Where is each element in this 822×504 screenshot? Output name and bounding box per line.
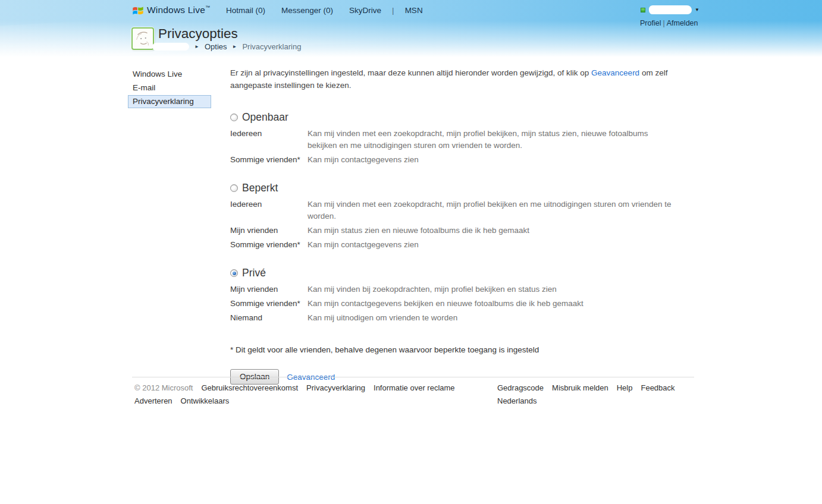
footer-link-misbruik[interactable]: Misbruik melden [552,383,608,392]
profile-link[interactable]: Profiel [640,19,661,27]
sidebar-item-privacyverklaring[interactable]: Privacyverklaring [128,95,211,108]
chevron-down-icon[interactable]: ▼ [695,7,699,12]
breadcrumb-current: Privacyverklaring [242,42,301,51]
presence-status-icon [641,8,645,12]
radio-prive[interactable] [230,269,238,277]
footer-link-feedback[interactable]: Feedback [641,383,674,392]
option-openbaar-header[interactable]: Openbaar [230,111,700,124]
main-content: Er zijn al privacyinstellingen ingesteld… [230,67,700,385]
footer-link-reclame[interactable]: Informatie over reclame [374,383,455,392]
avatar-doodle [133,29,153,49]
audience-label: Sommige vrienden* [230,239,308,251]
footer-divider [132,377,694,377]
copyright: © 2012 Microsoft [134,383,193,392]
option-row: Niemand Kan mij uitnodigen om vrienden t… [230,312,700,324]
sidebar-item-label: Privacyverklaring [133,97,194,106]
nav-separator: | [392,6,394,15]
option-row: Iedereen Kan mij vinden met een zoekopdr… [230,199,700,222]
option-openbaar: Openbaar Iedereen Kan mij vinden met een… [230,111,700,166]
signout-link[interactable]: Afmelden [667,19,698,27]
nav-item-skydrive[interactable]: SkyDrive [349,6,381,15]
audience-label: Iedereen [230,199,308,222]
account-menu[interactable]: ▼ [641,5,699,14]
option-prive: Privé Mijn vrienden Kan mij vinden bij z… [230,267,700,324]
footer-link-privacyverklaring[interactable]: Privacyverklaring [306,383,365,392]
intro-text: Er zijn al privacyinstellingen ingesteld… [230,67,694,92]
audience-label: Iedereen [230,128,308,152]
breadcrumb-opties[interactable]: Opties [205,42,227,51]
audience-description: Kan mijn contactgegevens zien [308,154,677,166]
breadcrumb-arrow-icon: ► [194,44,199,49]
redacted-username [649,5,692,14]
option-beperkt: Beperkt Iedereen Kan mij vinden met een … [230,182,700,251]
option-row: Mijn vrienden Kan mij vinden bij zoekopd… [230,284,700,295]
footer-link-help[interactable]: Help [617,383,633,392]
audience-label: Niemand [230,312,308,324]
breadcrumb-arrow-icon: ► [233,44,237,49]
radio-openbaar[interactable] [230,114,238,121]
audience-label: Mijn vrienden [230,284,308,295]
footer-right-row-2: Nederlands [497,396,683,405]
sidebar-item-email[interactable]: E-mail [128,81,211,94]
option-title: Openbaar [242,111,288,124]
footer-link-ontwikkelaars[interactable]: Ontwikkelaars [181,396,230,405]
footer-link-gebruiksrecht[interactable]: Gebruiksrechtovereenkomst [201,383,298,392]
audience-description: Kan mij vinden met een zoekopdracht, mij… [308,199,677,222]
audience-description: Kan mijn contactgegevens bekijken en nie… [308,298,677,310]
option-title: Privé [242,267,266,279]
footer-link-language[interactable]: Nederlands [497,396,537,405]
option-prive-header[interactable]: Privé [230,267,700,279]
option-title: Beperkt [242,182,278,194]
trademark: ™ [205,5,210,10]
footer-link-adverteren[interactable]: Adverteren [134,396,172,405]
footer-right-row-1: Gedragscode Misbruik melden Help Feedbac… [497,383,683,392]
audience-description: Kan mij uitnodigen om vrienden te worden [308,312,677,324]
radio-beperkt[interactable] [230,184,238,192]
audience-description: Kan mij vinden bij zoekopdrachten, mijn … [308,284,677,295]
windows-live-logo[interactable]: Windows Live™ [132,5,210,15]
sidebar-item-label: E-mail [133,83,155,92]
audience-label: Sommige vrienden* [230,154,308,166]
audience-label: Mijn vrienden [230,225,308,237]
page-title: Privacyopties [158,26,238,42]
audience-description: Kan mij vinden met een zoekopdracht, mij… [308,128,677,152]
intro-text-before: Er zijn al privacyinstellingen ingesteld… [230,68,591,77]
windows-flag-icon [132,5,144,15]
privacy-options-page: { "nav": { "brand": "Windows Live", "tra… [0,0,822,504]
footer-link-gedragscode[interactable]: Gedragscode [497,383,544,392]
sidebar: Windows Live E-mail Privacyverklaring [128,68,211,109]
nav-item-hotmail[interactable]: Hotmail (0) [226,6,265,15]
option-row: Sommige vrienden* Kan mijn contactgegeve… [230,298,700,310]
account-links-separator: | [661,19,666,27]
top-navigation: Windows Live™ Hotmail (0) Messenger (0) … [132,5,423,15]
sidebar-item-label: Windows Live [133,70,182,78]
footnote: * Dit geldt voor alle vrienden, behalve … [230,345,700,354]
advanced-link-inline[interactable]: Geavanceerd [591,68,639,77]
nav-item-msn[interactable]: MSN [405,6,423,15]
option-row: Mijn vrienden Kan mijn status zien en ni… [230,225,700,237]
option-row: Iedereen Kan mij vinden met een zoekopdr… [230,128,700,152]
brand-name: Windows Live [147,5,205,15]
sidebar-item-windows-live[interactable]: Windows Live [128,68,211,81]
nav-item-messenger[interactable]: Messenger (0) [281,6,333,15]
audience-description: Kan mijn contactgegevens zien [308,239,677,251]
footer-right: Gedragscode Misbruik melden Help Feedbac… [497,383,683,410]
option-row: Sommige vrienden* Kan mijn contactgegeve… [230,239,700,251]
audience-label: Sommige vrienden* [230,298,308,310]
redacted-breadcrumb-root [152,43,189,51]
audience-description: Kan mijn status zien en nieuwe fotoalbum… [308,225,677,237]
option-beperkt-header[interactable]: Beperkt [230,182,700,194]
account-links: Profiel|Afmelden [640,19,698,27]
breadcrumb: ► Opties ► Privacyverklaring [152,42,301,51]
option-row: Sommige vrienden* Kan mijn contactgegeve… [230,154,700,166]
avatar [131,27,154,50]
